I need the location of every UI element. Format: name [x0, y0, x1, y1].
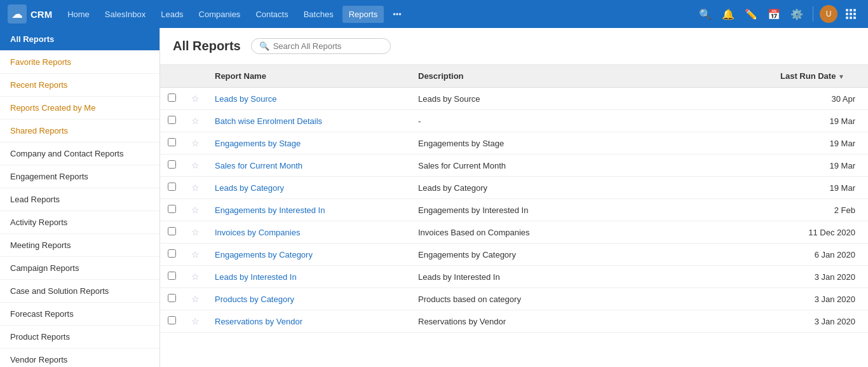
- favorite-star-icon[interactable]: ☆: [191, 249, 200, 260]
- table-row: ☆ Products by Category Products based on…: [160, 288, 868, 310]
- report-name-link[interactable]: Products by Category: [215, 294, 294, 304]
- row-checkbox[interactable]: [168, 138, 176, 146]
- row-checkbox-cell: [160, 310, 184, 333]
- sidebar-item-meeting-reports[interactable]: Meeting Reports: [0, 234, 159, 257]
- sidebar-item-campaign-reports[interactable]: Campaign Reports: [0, 257, 159, 280]
- nav-leads[interactable]: Leads: [154, 6, 189, 23]
- col-description: Description: [410, 65, 773, 88]
- notifications-button[interactable]: 🔔: [719, 4, 738, 24]
- report-name-link[interactable]: Sales for Current Month: [215, 161, 302, 170]
- row-date: 19 Mar: [773, 177, 868, 199]
- report-name-link[interactable]: Leads by Interested In: [215, 272, 297, 282]
- nav-contacts[interactable]: Contacts: [249, 6, 294, 23]
- search-box: 🔍: [251, 38, 391, 54]
- row-report-name: Engagements by Category: [207, 244, 410, 266]
- report-name-link[interactable]: Engagements by Category: [215, 250, 313, 260]
- row-checkbox[interactable]: [168, 93, 176, 102]
- row-date: 30 Apr: [773, 88, 868, 110]
- row-report-name: Engagements by Interested In: [207, 199, 410, 221]
- sidebar-item-vendor-reports[interactable]: Vendor Reports: [0, 349, 159, 367]
- report-name-link[interactable]: Batch wise Enrolment Details: [215, 116, 322, 126]
- sidebar-item-all-reports[interactable]: All Reports: [0, 28, 159, 51]
- col-checkbox: [160, 65, 184, 88]
- sidebar-item-activity-reports[interactable]: Activity Reports: [0, 211, 159, 234]
- sidebar-item-reports-created-by-me[interactable]: Reports Created by Me: [0, 97, 159, 120]
- report-name-link[interactable]: Reservations by Vendor: [215, 317, 302, 326]
- row-checkbox[interactable]: [168, 294, 176, 302]
- row-description: Engagements by Category: [410, 244, 773, 266]
- sidebar-item-shared-reports[interactable]: Shared Reports: [0, 120, 159, 142]
- favorite-star-icon[interactable]: ☆: [191, 93, 200, 104]
- row-date: 19 Mar: [773, 132, 868, 155]
- sidebar-item-favorite-reports[interactable]: Favorite Reports: [0, 51, 159, 74]
- report-name-link[interactable]: Invoices by Companies: [215, 228, 300, 237]
- sidebar-item-lead-reports[interactable]: Lead Reports: [0, 188, 159, 211]
- settings-button[interactable]: ⚙️: [787, 4, 806, 24]
- compose-button[interactable]: ✏️: [742, 4, 761, 24]
- row-star-cell: ☆: [184, 155, 207, 177]
- sidebar-item-recent-reports[interactable]: Recent Reports: [0, 74, 159, 97]
- row-checkbox[interactable]: [168, 272, 176, 280]
- nav-companies[interactable]: Companies: [193, 6, 247, 23]
- col-report-name: Report Name: [207, 65, 410, 88]
- brand-logo[interactable]: ☁ CRM: [8, 4, 52, 24]
- row-checkbox-cell: [160, 132, 184, 155]
- row-report-name: Products by Category: [207, 288, 410, 310]
- row-report-name: Leads by Interested In: [207, 266, 410, 288]
- favorite-star-icon[interactable]: ☆: [191, 294, 200, 304]
- row-description: Reservations by Vendor: [410, 310, 773, 333]
- calendar-button[interactable]: 📅: [764, 4, 783, 24]
- nav-reports[interactable]: Reports: [342, 6, 384, 23]
- report-name-link[interactable]: Leads by Source: [215, 94, 277, 104]
- search-input[interactable]: [273, 41, 381, 51]
- row-checkbox[interactable]: [168, 116, 176, 124]
- row-report-name: Invoices by Companies: [207, 221, 410, 244]
- report-name-link[interactable]: Leads by Category: [215, 183, 284, 193]
- favorite-star-icon[interactable]: ☆: [191, 227, 200, 237]
- nav-home[interactable]: Home: [61, 6, 96, 23]
- apps-grid-button[interactable]: [841, 4, 860, 24]
- row-description: Sales for Current Month: [410, 155, 773, 177]
- sidebar-item-company-contact-reports[interactable]: Company and Contact Reports: [0, 142, 159, 165]
- table-row: ☆ Engagements by Category Engagements by…: [160, 244, 868, 266]
- row-checkbox[interactable]: [168, 227, 176, 235]
- table-header-row: Report Name Description Last Run Date: [160, 65, 868, 88]
- user-avatar[interactable]: U: [820, 5, 837, 23]
- favorite-star-icon[interactable]: ☆: [191, 205, 200, 215]
- favorite-star-icon[interactable]: ☆: [191, 138, 200, 148]
- main-layout: All Reports Favorite Reports Recent Repo…: [0, 28, 868, 367]
- col-last-run-date[interactable]: Last Run Date: [773, 65, 868, 88]
- sidebar-item-engagement-reports[interactable]: Engagement Reports: [0, 165, 159, 188]
- sidebar-item-product-reports[interactable]: Product Reports: [0, 326, 159, 349]
- sidebar-item-case-solution-reports[interactable]: Case and Solution Reports: [0, 280, 159, 303]
- row-checkbox[interactable]: [168, 160, 176, 169]
- brand-icon: ☁: [8, 4, 27, 24]
- row-checkbox[interactable]: [168, 183, 176, 191]
- row-date: 2 Feb: [773, 199, 868, 221]
- favorite-star-icon[interactable]: ☆: [191, 316, 200, 326]
- row-checkbox[interactable]: [168, 316, 176, 324]
- nav-more[interactable]: •••: [386, 6, 408, 23]
- reports-table: Report Name Description Last Run Date ☆: [160, 65, 868, 333]
- row-checkbox[interactable]: [168, 205, 176, 213]
- nav-salesinbox[interactable]: SalesInbox: [98, 6, 152, 23]
- table-row: ☆ Batch wise Enrolment Details - 19 Mar: [160, 110, 868, 132]
- favorite-star-icon[interactable]: ☆: [191, 116, 200, 126]
- table-row: ☆ Engagements by Interested In Engagemen…: [160, 199, 868, 221]
- table-row: ☆ Reservations by Vendor Reservations by…: [160, 310, 868, 333]
- row-checkbox-cell: [160, 110, 184, 132]
- favorite-star-icon[interactable]: ☆: [191, 272, 200, 282]
- nav-batches[interactable]: Batches: [297, 6, 340, 23]
- page-title: All Reports: [173, 39, 241, 53]
- favorite-star-icon[interactable]: ☆: [191, 160, 200, 170]
- favorite-star-icon[interactable]: ☆: [191, 183, 200, 193]
- search-button[interactable]: 🔍: [696, 4, 715, 24]
- report-name-link[interactable]: Engagements by Stage: [215, 139, 301, 148]
- row-date: 6 Jan 2020: [773, 244, 868, 266]
- row-checkbox[interactable]: [168, 249, 176, 258]
- sidebar-item-forecast-reports[interactable]: Forecast Reports: [0, 303, 159, 326]
- report-name-link[interactable]: Engagements by Interested In: [215, 205, 325, 215]
- row-star-cell: ☆: [184, 266, 207, 288]
- row-checkbox-cell: [160, 288, 184, 310]
- table-row: ☆ Engagements by Stage Engagements by St…: [160, 132, 868, 155]
